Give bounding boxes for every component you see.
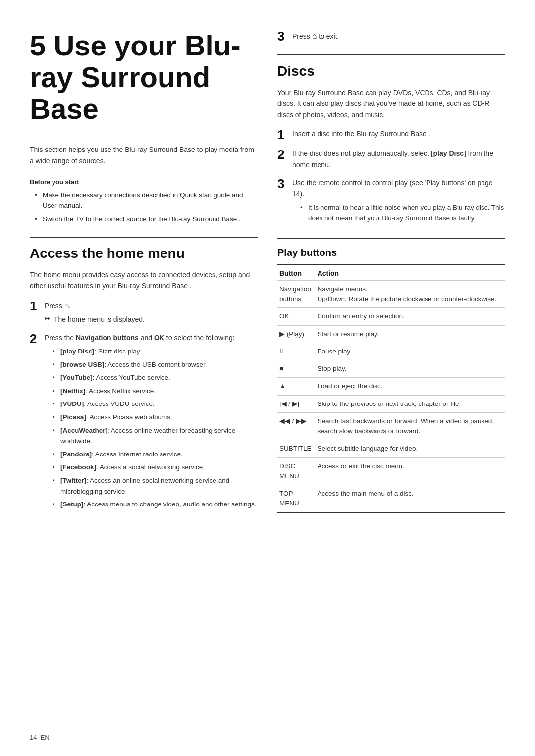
action-cell: Select subtitle language for video. (316, 440, 505, 457)
section1-heading: Access the home menu (30, 246, 258, 261)
home-icon: ⌂ (64, 302, 69, 310)
action-cell: Access the main menu of a disc. (316, 485, 505, 513)
list-item: [AccuWeather]: Access online weather for… (53, 425, 258, 447)
list-item: [browse USB]: Access the USB content bro… (53, 359, 258, 370)
button-cell: ■ (277, 360, 316, 378)
step-1-sub-text: The home menu is displayed. (54, 314, 145, 325)
button-cell: II (277, 343, 316, 360)
chapter-title-text: Use your Blu-ray Surround Base (30, 29, 240, 125)
step-2-ok-bold: OK (154, 334, 164, 342)
step-1: 1 Press ⌂. ↦ The home menu is displayed. (30, 300, 258, 325)
step-2-list: [play Disc]: Start disc play. [browse US… (45, 346, 258, 510)
item-text: : Access Internet radio service. (92, 451, 183, 458)
step-2-nav-bold: Navigation buttons (76, 334, 139, 342)
page-number: 14 (30, 734, 37, 741)
step-1-press-text: Press (45, 302, 64, 310)
action-cell: Confirm an entry or selection. (316, 308, 505, 325)
right-column: 3 Press ⌂ to exit. Discs Your Blu-ray Su… (277, 30, 505, 726)
disc-step-1: 1 Insert a disc into the Blu-ray Surroun… (277, 128, 505, 141)
intro-text: This section helps you use the Blu-ray S… (30, 144, 258, 166)
left-column: 5 Use your Blu-ray Surround Base This se… (30, 30, 258, 726)
table-row: OK Confirm an entry or selection. (277, 308, 505, 325)
item-bold: [play Disc] (60, 348, 94, 355)
item-bold: [Netflix] (60, 387, 85, 395)
table-row: Navigationbuttons Navigate menus.Up/Down… (277, 280, 505, 308)
home-icon-right: ⌂ (312, 32, 317, 40)
table-row: DISCMENU Access or exit the disc menu. (277, 457, 505, 485)
list-item: [Twitter]: Access an online social netwo… (53, 475, 258, 497)
item-text: : Start disc play. (94, 348, 141, 355)
table-row: ▲ Load or eject the disc. (277, 378, 505, 395)
list-item: [YouTube]: Access YouTube service. (53, 372, 258, 383)
disc-step-3-content: Use the remote control to control play (… (292, 177, 505, 226)
button-cell: TOPMENU (277, 485, 316, 513)
table-row: II Pause play. (277, 343, 505, 360)
step-2-content: Press the Navigation buttons and OK to s… (45, 332, 258, 512)
step-2-number: 2 (30, 332, 40, 345)
play-buttons-table: Button Action Navigationbuttons Navigate… (277, 264, 505, 513)
item-text: : Access YouTube service. (93, 374, 170, 381)
section-divider (30, 237, 258, 238)
chapter-title: 5 Use your Blu-ray Surround Base (30, 30, 258, 124)
disc-step-3-note-list: It is normal to hear a little noise when… (292, 202, 505, 224)
item-bold: [Pandora] (60, 451, 92, 458)
button-cell: ▲ (277, 378, 316, 395)
list-item: It is normal to hear a little noise when… (300, 202, 505, 224)
table-header-row: Button Action (277, 265, 505, 281)
play-buttons-divider (277, 238, 505, 239)
button-cell: Navigationbuttons (277, 280, 316, 308)
item-bold: [VUDU] (60, 400, 84, 407)
step-3-number: 3 (277, 30, 287, 43)
step-2-text-before: Press the (45, 334, 76, 342)
play-buttons-heading: Play buttons (277, 247, 505, 258)
list-item: [Netflix]: Access Netflix service. (53, 386, 258, 397)
list-item: [Facebook]: Access a social networking s… (53, 462, 258, 473)
button-cell: ◀◀ / ▶▶ (277, 412, 316, 440)
step-3-content: Press ⌂ to exit. (292, 30, 339, 43)
table-header-action: Action (316, 265, 505, 281)
item-text: : Access a social networking service. (96, 463, 205, 471)
item-text: : Access an online social networking ser… (60, 477, 229, 495)
disc-step-3-number: 3 (277, 177, 287, 190)
page-footer: 14 EN (30, 734, 50, 741)
section1-intro: The home menu provides easy access to co… (30, 269, 258, 292)
chapter-number: 5 (30, 29, 46, 61)
step-2-text-end: to select the following: (164, 334, 235, 342)
item-text: : Access Netflix service. (85, 387, 156, 395)
step-3-press: Press (292, 32, 312, 40)
step-2: 2 Press the Navigation buttons and OK to… (30, 332, 258, 512)
item-text: : Access the USB content browser. (105, 361, 207, 368)
disc-step-2-before: If the disc does not play automatically,… (292, 150, 431, 157)
action-cell: Skip to the previous or next track, chap… (316, 395, 505, 412)
item-bold: [Twitter] (60, 477, 86, 484)
discs-intro: Your Blu-ray Surround Base can play DVDs… (277, 87, 505, 120)
page-lang: EN (41, 734, 50, 741)
list-item: [play Disc]: Start disc play. (53, 346, 258, 357)
step-3-top: 3 Press ⌂ to exit. (277, 30, 505, 43)
list-item: [Picasa]: Access Picasa web albums. (53, 412, 258, 423)
action-cell: Load or eject the disc. (316, 378, 505, 395)
table-row: ◀◀ / ▶▶ Search fast backwards or forward… (277, 412, 505, 440)
disc-step-1-content: Insert a disc into the Blu-ray Surround … (292, 128, 430, 139)
right-section-divider (277, 54, 505, 55)
before-start-label: Before you start (30, 178, 258, 186)
step-1-period: . (69, 302, 71, 310)
action-cell: Stop play. (316, 360, 505, 378)
disc-step-3-text: Use the remote control to control play (… (292, 179, 493, 198)
table-header-button: Button (277, 265, 316, 281)
disc-step-2-bold: [play Disc] (431, 150, 466, 157)
item-bold: [Facebook] (60, 463, 96, 471)
before-start-list: Make the necessary connections described… (30, 190, 258, 225)
item-text: : Access Picasa web albums. (86, 413, 172, 421)
disc-step-2: 2 If the disc does not play automaticall… (277, 148, 505, 170)
button-cell: |◀ / ▶| (277, 395, 316, 412)
step-3-end: to exit. (317, 32, 339, 40)
disc-step-1-number: 1 (277, 128, 287, 141)
disc-step-2-content: If the disc does not play automatically,… (292, 148, 505, 170)
table-row: TOPMENU Access the main menu of a disc. (277, 485, 505, 513)
action-cell: Pause play. (316, 343, 505, 360)
item-text: : Access menus to change video, audio an… (84, 501, 257, 508)
button-cell: DISCMENU (277, 457, 316, 485)
step-1-sub: ↦ The home menu is displayed. (45, 314, 145, 325)
list-item: [Pandora]: Access Internet radio service… (53, 449, 258, 460)
